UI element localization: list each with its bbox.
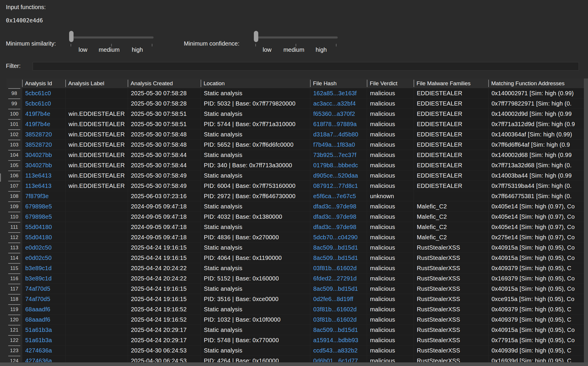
analysis-id-link[interactable]: 38528720 bbox=[22, 140, 65, 150]
analysis-id-link[interactable]: 5cbc61c0 bbox=[22, 88, 65, 98]
analysis-id-link[interactable]: 51a61b3a bbox=[22, 325, 65, 335]
row-number[interactable]: 100 bbox=[6, 109, 22, 119]
row-number[interactable]: 108 bbox=[6, 191, 22, 201]
row-number[interactable]: 118 bbox=[6, 294, 22, 304]
similarity-slider-handle[interactable] bbox=[69, 31, 74, 42]
row-number[interactable]: 102 bbox=[6, 129, 22, 140]
analysis-id-link[interactable]: 679898e5 bbox=[22, 212, 65, 222]
file-hash-link[interactable]: 8ac509...bd15d1 bbox=[310, 284, 367, 294]
analysis-id-link[interactable]: 113e6413 bbox=[22, 171, 65, 181]
analysis-id-link[interactable]: 68aaadf6 bbox=[22, 304, 65, 315]
file-hash-link[interactable]: 0d2fe6...8d19ff bbox=[310, 294, 367, 304]
analysis-id-link[interactable]: 304027bb bbox=[22, 150, 65, 160]
file-hash-link[interactable]: 087912...77d8c1 bbox=[310, 181, 367, 191]
file-hash-link[interactable]: 03f81b...61602d bbox=[310, 304, 367, 315]
vertical-scrollbar[interactable] bbox=[584, 78, 588, 362]
analysis-id-link[interactable]: 4274636a bbox=[22, 345, 65, 356]
malware-families-cell: EDDIESTEALER bbox=[414, 119, 488, 129]
analysis-id-link[interactable]: b3e89c1d bbox=[22, 273, 65, 284]
row-number[interactable]: 121 bbox=[6, 325, 22, 335]
row-number[interactable]: 109 bbox=[6, 201, 22, 212]
analysis-id-link[interactable]: 113e6413 bbox=[22, 181, 65, 191]
row-number[interactable]: 114 bbox=[6, 253, 22, 263]
file-hash-link[interactable]: ac3acc...a32bf4 bbox=[310, 98, 367, 109]
row-number[interactable]: 101 bbox=[6, 119, 22, 129]
file-hash-link[interactable]: dfad3c...97de98 bbox=[310, 201, 367, 212]
file-hash-link[interactable]: 03f81b...61602d bbox=[310, 315, 367, 325]
file-hash-link[interactable]: d318a7...4d5b80 bbox=[310, 129, 367, 140]
analysis-id-link[interactable]: e0d02c50 bbox=[22, 243, 65, 253]
file-hash-link[interactable]: 618f78...97889a bbox=[310, 119, 367, 129]
column-header-file-verdict[interactable]: File Verdict bbox=[367, 78, 414, 88]
minimum-similarity-slider[interactable]: low medium high bbox=[69, 29, 154, 56]
file-hash-link[interactable]: f7b49a...1f83a0 bbox=[310, 140, 367, 150]
row-number[interactable]: 116 bbox=[6, 273, 22, 284]
column-header-matching-function-addresses[interactable]: Matching Function Addresses bbox=[488, 78, 584, 88]
analysis-id-link[interactable]: 4274636a bbox=[22, 356, 65, 362]
row-number[interactable]: 105 bbox=[6, 160, 22, 171]
analysis-id-link[interactable]: 679898e5 bbox=[22, 201, 65, 212]
analysis-id-link[interactable]: 419f7b4e bbox=[22, 109, 65, 119]
file-hash-link[interactable]: 8ac509...bd15d1 bbox=[310, 253, 367, 263]
row-number[interactable]: 98 bbox=[6, 88, 22, 98]
file-hash-link[interactable]: f65360...a370f2 bbox=[310, 109, 367, 119]
row-number[interactable]: 117 bbox=[6, 284, 22, 294]
file-hash-link[interactable]: 0179b8...bbbedc bbox=[310, 160, 367, 171]
row-number[interactable]: 104 bbox=[6, 150, 22, 160]
file-hash-link[interactable]: a15914...bdbb93 bbox=[310, 335, 367, 345]
file-hash-link[interactable]: 6fded2...27291d bbox=[310, 273, 367, 284]
file-hash-link[interactable]: 73b925...7ec37f bbox=[310, 150, 367, 160]
row-number[interactable]: 111 bbox=[6, 222, 22, 232]
file-hash-link[interactable]: 8ac509...bd15d1 bbox=[310, 243, 367, 253]
row-number[interactable]: 103 bbox=[6, 140, 22, 150]
file-hash-link[interactable]: 5dcb70...c04290 bbox=[310, 232, 367, 243]
row-number[interactable]: 124 bbox=[6, 356, 22, 362]
row-number[interactable]: 122 bbox=[6, 335, 22, 345]
column-header-file-hash[interactable]: File Hash bbox=[310, 78, 367, 88]
column-header-analysis-created[interactable]: Analysis Created bbox=[128, 78, 201, 88]
row-number[interactable]: 119 bbox=[6, 304, 22, 315]
analysis-id-link[interactable]: 55d04180 bbox=[22, 232, 65, 243]
file-hash-link[interactable]: d905ce...520daa bbox=[310, 171, 367, 181]
row-number[interactable]: 99 bbox=[6, 98, 22, 109]
file-hash-link[interactable]: dfad3c...97de98 bbox=[310, 212, 367, 222]
analysis-id-link[interactable]: 55d04180 bbox=[22, 222, 65, 232]
analysis-id-link[interactable]: 304027bb bbox=[22, 160, 65, 171]
analysis-id-link[interactable]: 68aaadf6 bbox=[22, 315, 65, 325]
location-cell: PID: 5744 | Base: 0x7ff71a310000 bbox=[201, 119, 310, 129]
row-number[interactable]: 107 bbox=[6, 181, 22, 191]
filter-input[interactable] bbox=[33, 62, 579, 71]
file-hash-link[interactable]: e5f6ca...7e67c5 bbox=[310, 191, 367, 201]
analysis-id-link[interactable]: e0d02c50 bbox=[22, 253, 65, 263]
analysis-id-link[interactable]: 38528720 bbox=[22, 129, 65, 140]
column-header-location[interactable]: Location bbox=[201, 78, 310, 88]
file-verdict-cell: malicious bbox=[367, 109, 414, 119]
row-number[interactable]: 120 bbox=[6, 315, 22, 325]
row-number[interactable]: 123 bbox=[6, 345, 22, 356]
analysis-id-link[interactable]: 51a61b3a bbox=[22, 335, 65, 345]
file-hash-link[interactable]: 162a85...3e163f bbox=[310, 88, 367, 98]
analysis-id-link[interactable]: 5cbc61c0 bbox=[22, 98, 65, 109]
row-number[interactable]: 113 bbox=[6, 243, 22, 253]
minimum-confidence-slider[interactable]: low medium high bbox=[254, 29, 338, 56]
row-number[interactable]: 112 bbox=[6, 232, 22, 243]
analysis-id-link[interactable]: 74af70d5 bbox=[22, 284, 65, 294]
column-header-analysis-id[interactable]: Analysis Id bbox=[22, 78, 65, 88]
row-number[interactable]: 106 bbox=[6, 171, 22, 181]
confidence-slider-track[interactable] bbox=[254, 36, 338, 39]
file-hash-link[interactable]: 03f81b...61602d bbox=[310, 263, 367, 273]
file-hash-link[interactable]: ccd543...a832b2 bbox=[310, 345, 367, 356]
analysis-id-link[interactable]: b3e89c1d bbox=[22, 263, 65, 273]
confidence-slider-handle[interactable] bbox=[254, 31, 258, 42]
analysis-id-link[interactable]: 419f7b4e bbox=[22, 119, 65, 129]
column-header-analysis-label[interactable]: Analysis Label bbox=[65, 78, 128, 88]
file-hash-link[interactable]: 8ac509...bd15d1 bbox=[310, 325, 367, 335]
row-number[interactable]: 110 bbox=[6, 212, 22, 222]
similarity-slider-track[interactable] bbox=[69, 36, 154, 39]
file-hash-link[interactable]: dfad3c...97de98 bbox=[310, 222, 367, 232]
analysis-id-link[interactable]: 7f879f3e bbox=[22, 191, 65, 201]
file-hash-link[interactable]: 0d6b01...6c1d77 bbox=[310, 356, 367, 362]
analysis-id-link[interactable]: 74af70d5 bbox=[22, 294, 65, 304]
row-number[interactable]: 115 bbox=[6, 263, 22, 273]
column-header-file-malware-families[interactable]: File Malware Families bbox=[414, 78, 488, 88]
